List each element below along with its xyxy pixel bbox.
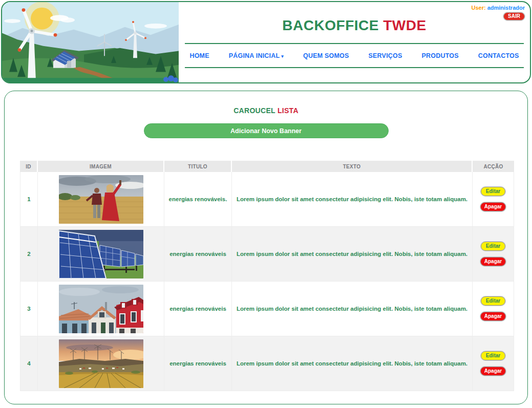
header-right: User: administrador SAIR BACKOFFICE TWDE… <box>179 2 530 82</box>
row-id: 1 <box>20 172 38 227</box>
nav-item-servicos[interactable]: SERVIÇOS <box>369 52 402 59</box>
row-texto: Lorem ipsum dolor sit amet consectetur a… <box>232 282 473 336</box>
table-row: 1 <box>20 172 514 227</box>
heading-caroucel: CAROUCEL <box>233 106 275 115</box>
banner-image-couple-field <box>38 172 164 227</box>
row-actions: Editar Apagar <box>473 227 514 282</box>
nav-item-contactos[interactable]: CONTACTOS <box>478 52 519 59</box>
col-header-accao: ACÇÃO <box>473 161 514 172</box>
header-panel: User: administrador SAIR BACKOFFICE TWDE… <box>1 1 531 83</box>
banner-image-sunset-turbines <box>38 336 164 391</box>
edit-button[interactable]: Editar <box>481 242 505 251</box>
divider-bottom <box>185 67 524 68</box>
user-box: User: administrador SAIR <box>471 5 525 20</box>
col-header-titulo: TITULO <box>164 161 232 172</box>
row-texto: Lorem ipsum dolor sit amet consectetur a… <box>232 227 473 282</box>
nav-item-pagina-inicial[interactable]: PÁGINA INICIAL▾ <box>229 52 284 59</box>
row-id: 3 <box>20 282 38 336</box>
carousel-list-panel: CAROUCEL LISTA Adicionar Novo Banner ID … <box>4 91 528 404</box>
nav-item-home[interactable]: HOME <box>189 52 209 59</box>
table-row: 2 <box>20 227 514 282</box>
row-texto: Lorem ipsum dolor sit amet consectetur a… <box>232 336 473 391</box>
banner-image-houses <box>38 282 164 336</box>
row-actions: Editar Apagar <box>473 172 514 227</box>
row-titulo: energias renováveis. <box>164 172 232 227</box>
landscape-graphic <box>2 2 179 82</box>
nav-item-produtos[interactable]: PRODUTOS <box>422 52 459 59</box>
table-header-row: ID IMAGEM TITULO TEXTO ACÇÃO <box>20 161 514 172</box>
edit-button[interactable]: Editar <box>481 296 505 306</box>
table-row: 3 <box>20 282 514 336</box>
nav-item-quem-somos[interactable]: QUEM SOMOS <box>303 52 349 59</box>
table-row: 4 <box>20 336 514 391</box>
row-titulo: energias renováveis <box>164 336 232 391</box>
row-id: 2 <box>20 227 38 282</box>
user-name: administrador <box>487 5 525 11</box>
logout-button[interactable]: SAIR <box>503 12 525 20</box>
col-header-imagem: IMAGEM <box>38 161 164 172</box>
row-texto: Lorem ipsum dolor sit amet consectetur a… <box>232 172 473 227</box>
banner-image-solar-panels <box>38 227 164 282</box>
add-banner-button[interactable]: Adicionar Novo Banner <box>144 123 389 138</box>
row-titulo: energias renováveis <box>164 227 232 282</box>
title-backoffice: BACKOFFICE <box>282 17 379 33</box>
edit-button[interactable]: Editar <box>481 187 505 196</box>
col-header-id: ID <box>20 161 38 172</box>
user-label: User: <box>471 5 485 11</box>
row-id: 4 <box>20 336 38 391</box>
edit-button[interactable]: Editar <box>481 351 505 360</box>
row-actions: Editar Apagar <box>473 282 514 336</box>
delete-button[interactable]: Apagar <box>480 202 506 211</box>
delete-button[interactable]: Apagar <box>480 312 506 321</box>
section-heading: CAROUCEL LISTA <box>5 106 527 115</box>
row-actions: Editar Apagar <box>473 336 514 391</box>
title-twde: TWDE <box>383 17 426 33</box>
main-nav: HOME PÁGINA INICIAL▾ QUEM SOMOS SERVIÇOS… <box>179 44 530 67</box>
delete-button[interactable]: Apagar <box>480 367 506 376</box>
chevron-down-icon: ▾ <box>281 54 284 59</box>
banner-table: ID IMAGEM TITULO TEXTO ACÇÃO 1 <box>20 161 514 391</box>
delete-button[interactable]: Apagar <box>480 257 506 266</box>
heading-lista: LISTA <box>278 106 299 115</box>
col-header-texto: TEXTO <box>232 161 473 172</box>
row-titulo: energias renováveis <box>164 282 232 336</box>
renewable-energy-illustration <box>2 2 179 82</box>
